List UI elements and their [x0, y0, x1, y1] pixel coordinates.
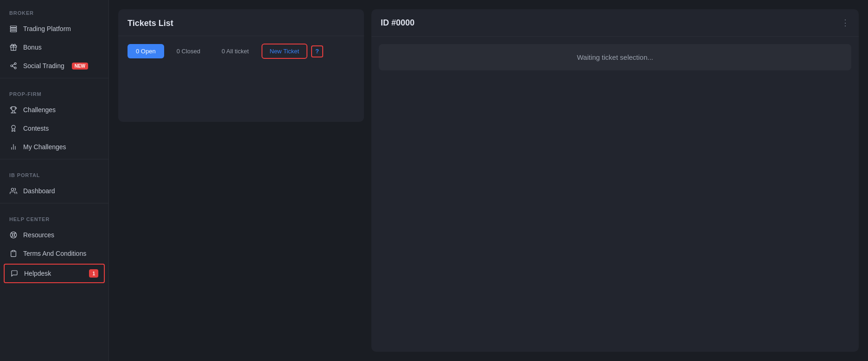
detail-menu-icon[interactable]: ⋮ [841, 18, 849, 28]
sidebar-item-label: Resources [23, 231, 54, 239]
sidebar-item-label: Contests [23, 125, 49, 132]
tab-all[interactable]: 0 All ticket [213, 44, 258, 59]
chat-icon [10, 269, 19, 278]
section-label-prop-firm: PROP-FIRM [0, 81, 108, 101]
clipboard-icon [9, 249, 18, 258]
award-icon [9, 124, 18, 133]
layers-icon [9, 25, 18, 33]
svg-rect-2 [10, 30, 16, 32]
svg-point-14 [11, 188, 13, 190]
sidebar-item-challenges[interactable]: Challenges [0, 101, 108, 119]
sidebar-section-prop-firm: PROP-FIRM Challenges Contests My Challen… [0, 81, 108, 156]
sidebar-item-contests[interactable]: Contests [0, 119, 108, 138]
tickets-list-title: Tickets List [128, 19, 355, 28]
ticket-tabs: 0 Open 0 Closed 0 All ticket New Ticket … [128, 44, 355, 59]
share-icon [9, 62, 18, 70]
divider [118, 36, 364, 36]
sidebar-section-help-center: HELP CENTER Resources Terms And Conditio… [0, 206, 108, 284]
detail-panel: ID #0000 ⋮ Waiting ticket selection... [371, 9, 859, 352]
users-icon [9, 187, 18, 195]
sidebar-item-label: Trading Platform [23, 25, 71, 32]
helpdesk-count-badge: 1 [89, 269, 98, 278]
svg-line-17 [11, 233, 13, 234]
lifesaver-icon [9, 231, 18, 239]
svg-rect-1 [10, 28, 16, 30]
section-label-broker: BROKER [0, 0, 108, 19]
svg-point-10 [12, 125, 15, 129]
sidebar-item-terms-conditions[interactable]: Terms And Conditions [0, 244, 108, 263]
waiting-text: Waiting ticket selection... [577, 53, 653, 61]
tab-open[interactable]: 0 Open [128, 44, 164, 58]
detail-header: ID #0000 ⋮ [371, 9, 859, 37]
tab-closed[interactable]: 0 Closed [168, 44, 209, 59]
svg-line-20 [14, 233, 15, 234]
svg-line-9 [13, 64, 15, 65]
main-content: Tickets List 0 Open 0 Closed 0 All ticke… [109, 0, 868, 361]
sidebar-item-resources[interactable]: Resources [0, 226, 108, 244]
svg-line-8 [13, 66, 15, 68]
ticket-id: ID #0000 [381, 18, 415, 28]
svg-rect-22 [12, 250, 14, 252]
sidebar-item-label: Bonus [23, 44, 42, 51]
waiting-box: Waiting ticket selection... [379, 44, 851, 70]
sidebar-item-dashboard[interactable]: Dashboard [0, 182, 108, 200]
sidebar-section-ib-portal: IB PORTAL Dashboard [0, 162, 108, 200]
question-badge[interactable]: ? [311, 45, 323, 57]
sidebar-item-helpdesk[interactable]: Helpdesk 1 [4, 264, 105, 283]
trophy-icon [9, 106, 18, 114]
new-ticket-button[interactable]: New Ticket [262, 44, 308, 59]
sidebar-item-label: Dashboard [23, 187, 55, 195]
section-label-ib-portal: IB PORTAL [0, 162, 108, 182]
sidebar-item-my-challenges[interactable]: My Challenges [0, 138, 108, 156]
empty-ticket-area [128, 66, 355, 113]
sidebar-item-label: Social Trading [23, 62, 64, 70]
sidebar-item-label: Helpdesk [24, 270, 51, 277]
sidebar-section-broker: BROKER Trading Platform Bonus Social Tra… [0, 0, 108, 75]
sidebar-item-label: Terms And Conditions [23, 250, 86, 257]
svg-rect-0 [10, 26, 16, 27]
new-badge: New [72, 63, 88, 70]
section-label-help-center: HELP CENTER [0, 206, 108, 226]
sidebar-item-label: Challenges [23, 106, 56, 114]
svg-line-21 [11, 236, 13, 237]
sidebar-item-social-trading[interactable]: Social Trading New [0, 57, 108, 75]
svg-line-18 [14, 236, 16, 237]
tickets-panel: Tickets List 0 Open 0 Closed 0 All ticke… [118, 9, 364, 122]
sidebar-item-label: My Challenges [23, 143, 66, 151]
bar-chart-icon [9, 143, 18, 151]
gift-icon [9, 43, 18, 51]
sidebar-item-bonus[interactable]: Bonus [0, 38, 108, 57]
sidebar: BROKER Trading Platform Bonus Social Tra… [0, 0, 109, 361]
sidebar-item-trading-platform[interactable]: Trading Platform [0, 19, 108, 38]
